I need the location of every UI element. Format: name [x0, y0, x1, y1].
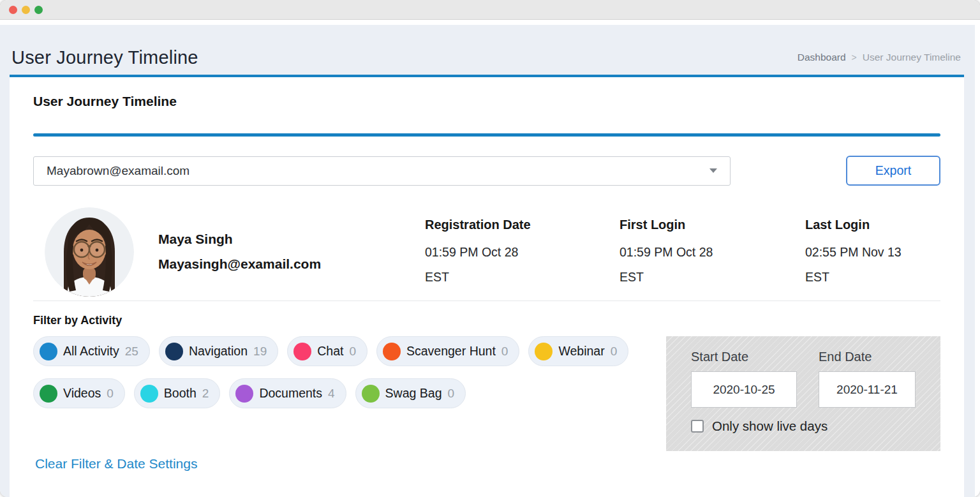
chrome-divider — [0, 20, 980, 25]
end-date-group: End Date 2020-11-21 — [819, 350, 916, 408]
stat-label: Last Login — [805, 207, 902, 232]
clear-filter-link[interactable]: Clear Filter & Date Settings — [35, 456, 197, 471]
activity-color-dot — [140, 385, 158, 403]
activity-pill-webinar[interactable]: Webinar0 — [528, 336, 628, 366]
stat-tz: EST — [620, 270, 805, 285]
activity-pill-chat[interactable]: Chat0 — [287, 336, 368, 366]
activity-pill-label: Documents — [259, 386, 322, 401]
activity-pill-navigation[interactable]: Navigation19 — [159, 336, 278, 366]
stat-label: Registration Date — [425, 207, 620, 232]
user-email-select-value: Mayabrown@examail.com — [47, 164, 189, 178]
activity-pill-count: 0 — [107, 387, 114, 401]
activity-pill-videos[interactable]: Videos0 — [33, 378, 125, 408]
date-settings-panel: Start Date 2020-10-25 End Date 2020-11-2… — [666, 336, 940, 451]
profile-row: Maya Singh Mayasingh@examail.com Registr… — [33, 207, 940, 297]
activity-color-dot — [165, 343, 183, 360]
only-live-days-row[interactable]: Only show live days — [691, 419, 916, 434]
activity-pill-count: 4 — [328, 387, 335, 401]
user-journey-card: User Journey Timeline Mayabrown@examail.… — [10, 75, 964, 497]
section-divider — [33, 300, 940, 301]
only-live-days-label: Only show live days — [712, 419, 828, 434]
activity-color-dot — [40, 385, 57, 403]
browser-window: User Journey Timeline Dashboard > User J… — [0, 0, 980, 497]
stat-value: 02:55 PM Nov 13 — [805, 245, 902, 260]
activity-pill-label: Videos — [63, 386, 101, 401]
date-inputs-row: Start Date 2020-10-25 End Date 2020-11-2… — [691, 350, 916, 408]
page-header: User Journey Timeline Dashboard > User J… — [0, 25, 980, 75]
window-titlebar — [0, 0, 980, 20]
avatar-illustration — [45, 207, 134, 297]
activity-pill-label: Scavenger Hunt — [406, 344, 496, 359]
activity-pill-label: All Activity — [63, 344, 119, 359]
activity-pill-label: Booth — [164, 386, 197, 401]
activity-color-dot — [293, 343, 311, 360]
start-date-group: Start Date 2020-10-25 — [691, 350, 797, 408]
activity-pill-label: Navigation — [189, 344, 248, 359]
page-body: User Journey Timeline Dashboard > User J… — [0, 25, 980, 497]
page-title: User Journey Timeline — [11, 47, 198, 68]
activity-pill-swag-bag[interactable]: Swag Bag0 — [355, 378, 466, 408]
activity-color-dot — [383, 343, 401, 360]
stat-first-login: First Login01:59 PM Oct 28EST — [620, 207, 805, 285]
breadcrumb-separator: > — [852, 52, 857, 63]
filter-title: Filter by Activity — [33, 314, 940, 327]
activity-pill-count: 0 — [501, 345, 509, 359]
user-identity: Maya Singh Mayasingh@examail.com — [158, 207, 321, 297]
export-button[interactable]: Export — [846, 156, 940, 186]
window-minimize-button[interactable] — [22, 6, 30, 14]
filter-row: All Activity25Navigation19Chat0Scavenger… — [33, 336, 940, 451]
activity-pill-count: 0 — [611, 345, 618, 359]
activity-pill-count: 0 — [349, 345, 356, 359]
start-date-label: Start Date — [691, 350, 797, 364]
activity-color-dot — [235, 385, 253, 403]
window-close-button[interactable] — [9, 6, 17, 14]
activity-color-dot — [362, 385, 380, 403]
activity-pill-count: 25 — [125, 345, 138, 359]
breadcrumb-current: User Journey Timeline — [863, 52, 961, 63]
activity-pill-booth[interactable]: Booth2 — [134, 378, 221, 408]
activity-pills: All Activity25Navigation19Chat0Scavenger… — [33, 336, 665, 408]
stat-last-login: Last Login02:55 PM Nov 13EST — [805, 207, 902, 285]
breadcrumb-dashboard-link[interactable]: Dashboard — [798, 52, 846, 63]
activity-color-dot — [40, 343, 57, 360]
card-title: User Journey Timeline — [33, 77, 940, 109]
activity-pill-label: Webinar — [558, 344, 604, 359]
user-email: Mayasingh@examail.com — [158, 256, 321, 272]
chevron-down-icon — [709, 168, 717, 173]
controls-row: Mayabrown@examail.com Export — [33, 156, 940, 186]
avatar — [45, 207, 134, 297]
activity-pill-documents[interactable]: Documents4 — [229, 378, 346, 408]
stat-value: 01:59 PM Oct 28 — [620, 245, 805, 260]
stat-tz: EST — [425, 270, 620, 285]
activity-pill-label: Swag Bag — [385, 386, 442, 401]
login-stats: Registration Date01:59 PM Oct 28ESTFirst… — [425, 207, 902, 285]
activity-color-dot — [535, 343, 553, 360]
scrollbar-track[interactable] — [975, 25, 980, 497]
activity-pill-all-activity[interactable]: All Activity25 — [33, 336, 150, 366]
activity-pill-count: 0 — [448, 387, 455, 401]
only-live-days-checkbox[interactable] — [691, 420, 704, 433]
window-zoom-button[interactable] — [34, 6, 43, 14]
accent-divider — [33, 133, 940, 137]
stat-tz: EST — [805, 270, 902, 285]
breadcrumb: Dashboard > User Journey Timeline — [798, 52, 961, 63]
activity-pill-scavenger-hunt[interactable]: Scavenger Hunt0 — [376, 336, 519, 366]
user-name: Maya Singh — [158, 232, 321, 247]
stat-registration-date: Registration Date01:59 PM Oct 28EST — [425, 207, 620, 285]
stat-value: 01:59 PM Oct 28 — [425, 245, 620, 260]
stat-label: First Login — [620, 207, 805, 232]
end-date-input[interactable]: 2020-11-21 — [819, 371, 916, 408]
user-email-select[interactable]: Mayabrown@examail.com — [33, 156, 731, 186]
activity-pill-count: 2 — [202, 387, 209, 401]
end-date-label: End Date — [819, 350, 916, 364]
activity-pill-label: Chat — [317, 344, 343, 359]
activity-pill-count: 19 — [253, 345, 267, 359]
start-date-input[interactable]: 2020-10-25 — [691, 371, 797, 408]
